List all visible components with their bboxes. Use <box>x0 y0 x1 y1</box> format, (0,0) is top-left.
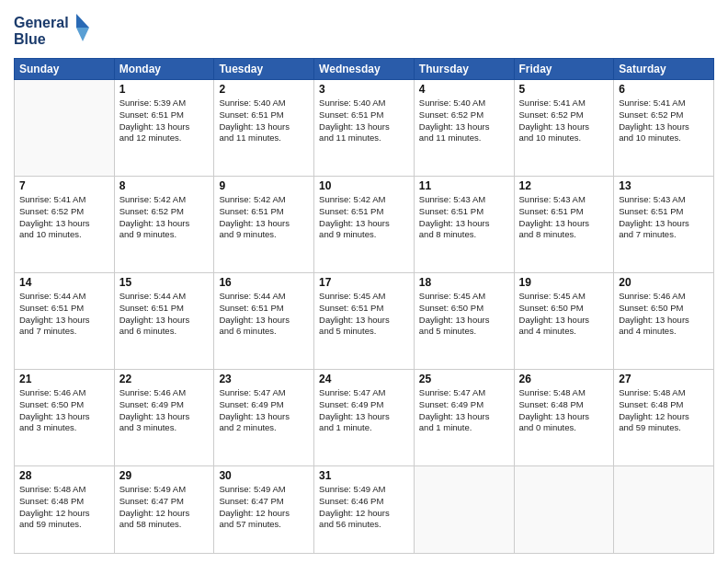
day-cell: 30Sunrise: 5:49 AMSunset: 6:47 PMDayligh… <box>214 465 314 553</box>
svg-marker-2 <box>76 14 89 28</box>
day-info: Sunrise: 5:43 AMSunset: 6:51 PMDaylight:… <box>419 194 509 241</box>
day-number: 18 <box>419 276 509 289</box>
day-number: 23 <box>219 373 309 385</box>
day-cell <box>15 80 115 177</box>
day-info: Sunrise: 5:48 AMSunset: 6:48 PMDaylight:… <box>619 387 709 434</box>
day-cell: 15Sunrise: 5:44 AMSunset: 6:51 PMDayligh… <box>114 272 214 369</box>
svg-text:General: General <box>14 15 69 30</box>
day-number: 2 <box>219 83 309 96</box>
header-row: SundayMondayTuesdayWednesdayThursdayFrid… <box>15 59 714 80</box>
day-number: 14 <box>19 276 109 289</box>
page: General Blue SundayMondayTuesdayWednesda… <box>0 0 728 563</box>
day-cell: 10Sunrise: 5:42 AMSunset: 6:51 PMDayligh… <box>314 176 415 272</box>
day-cell: 29Sunrise: 5:49 AMSunset: 6:47 PMDayligh… <box>114 465 214 553</box>
day-info: Sunrise: 5:49 AMSunset: 6:47 PMDaylight:… <box>219 484 309 531</box>
day-cell: 18Sunrise: 5:45 AMSunset: 6:50 PMDayligh… <box>414 272 514 369</box>
day-number: 16 <box>219 276 309 289</box>
day-cell: 28Sunrise: 5:48 AMSunset: 6:48 PMDayligh… <box>15 465 115 553</box>
day-number: 27 <box>619 373 709 385</box>
logo-shape: General Blue <box>14 9 92 51</box>
day-cell: 16Sunrise: 5:44 AMSunset: 6:51 PMDayligh… <box>214 272 314 369</box>
week-row-2: 14Sunrise: 5:44 AMSunset: 6:51 PMDayligh… <box>15 272 714 369</box>
day-number: 10 <box>319 179 409 192</box>
logo-svg: General Blue <box>14 9 92 51</box>
day-cell: 12Sunrise: 5:43 AMSunset: 6:51 PMDayligh… <box>514 176 614 272</box>
day-info: Sunrise: 5:40 AMSunset: 6:51 PMDaylight:… <box>219 98 309 144</box>
day-number: 4 <box>419 83 509 96</box>
day-cell: 5Sunrise: 5:41 AMSunset: 6:52 PMDaylight… <box>514 80 614 177</box>
day-info: Sunrise: 5:45 AMSunset: 6:51 PMDaylight:… <box>319 291 409 338</box>
day-info: Sunrise: 5:42 AMSunset: 6:52 PMDaylight:… <box>119 194 210 241</box>
day-number: 21 <box>19 373 109 385</box>
day-info: Sunrise: 5:44 AMSunset: 6:51 PMDaylight:… <box>219 291 309 338</box>
day-cell: 6Sunrise: 5:41 AMSunset: 6:52 PMDaylight… <box>614 80 714 177</box>
day-cell: 22Sunrise: 5:46 AMSunset: 6:49 PMDayligh… <box>114 369 214 465</box>
day-info: Sunrise: 5:45 AMSunset: 6:50 PMDaylight:… <box>519 291 609 338</box>
header-cell-friday: Friday <box>514 59 614 80</box>
day-info: Sunrise: 5:42 AMSunset: 6:51 PMDaylight:… <box>219 194 309 241</box>
day-info: Sunrise: 5:45 AMSunset: 6:50 PMDaylight:… <box>419 291 509 338</box>
day-number: 15 <box>119 276 210 289</box>
day-info: Sunrise: 5:41 AMSunset: 6:52 PMDaylight:… <box>519 98 609 144</box>
day-number: 22 <box>119 373 210 385</box>
day-number: 25 <box>419 373 509 385</box>
day-info: Sunrise: 5:44 AMSunset: 6:51 PMDaylight:… <box>19 291 109 338</box>
day-cell: 2Sunrise: 5:40 AMSunset: 6:51 PMDaylight… <box>214 80 314 177</box>
day-cell: 1Sunrise: 5:39 AMSunset: 6:51 PMDaylight… <box>114 80 214 177</box>
day-number: 17 <box>319 276 409 289</box>
day-number: 12 <box>519 179 609 192</box>
day-cell: 21Sunrise: 5:46 AMSunset: 6:50 PMDayligh… <box>15 369 115 465</box>
day-cell: 25Sunrise: 5:47 AMSunset: 6:49 PMDayligh… <box>414 369 514 465</box>
header-cell-saturday: Saturday <box>614 59 714 80</box>
day-info: Sunrise: 5:43 AMSunset: 6:51 PMDaylight:… <box>619 194 709 241</box>
day-number: 13 <box>619 179 709 192</box>
day-cell <box>614 465 714 553</box>
week-row-4: 28Sunrise: 5:48 AMSunset: 6:48 PMDayligh… <box>15 465 714 553</box>
logo: General Blue <box>14 9 92 51</box>
header-cell-tuesday: Tuesday <box>214 59 314 80</box>
day-number: 7 <box>19 179 109 192</box>
svg-text:Blue: Blue <box>14 31 46 47</box>
day-number: 26 <box>519 373 609 385</box>
day-number: 20 <box>619 276 709 289</box>
day-cell: 24Sunrise: 5:47 AMSunset: 6:49 PMDayligh… <box>314 369 415 465</box>
day-cell: 19Sunrise: 5:45 AMSunset: 6:50 PMDayligh… <box>514 272 614 369</box>
svg-marker-3 <box>76 28 89 41</box>
day-number: 1 <box>119 83 210 96</box>
header-cell-wednesday: Wednesday <box>314 59 415 80</box>
day-number: 11 <box>419 179 509 192</box>
week-row-3: 21Sunrise: 5:46 AMSunset: 6:50 PMDayligh… <box>15 369 714 465</box>
day-info: Sunrise: 5:49 AMSunset: 6:46 PMDaylight:… <box>319 484 409 531</box>
day-info: Sunrise: 5:47 AMSunset: 6:49 PMDaylight:… <box>219 387 309 434</box>
day-cell: 31Sunrise: 5:49 AMSunset: 6:46 PMDayligh… <box>314 465 415 553</box>
day-cell: 3Sunrise: 5:40 AMSunset: 6:51 PMDaylight… <box>314 80 415 177</box>
day-info: Sunrise: 5:46 AMSunset: 6:50 PMDaylight:… <box>619 291 709 338</box>
day-number: 30 <box>219 469 309 482</box>
day-info: Sunrise: 5:48 AMSunset: 6:48 PMDaylight:… <box>519 387 609 434</box>
day-cell: 7Sunrise: 5:41 AMSunset: 6:52 PMDaylight… <box>15 176 115 272</box>
day-number: 24 <box>319 373 409 385</box>
day-cell: 20Sunrise: 5:46 AMSunset: 6:50 PMDayligh… <box>614 272 714 369</box>
day-cell: 23Sunrise: 5:47 AMSunset: 6:49 PMDayligh… <box>214 369 314 465</box>
day-cell: 26Sunrise: 5:48 AMSunset: 6:48 PMDayligh… <box>514 369 614 465</box>
day-info: Sunrise: 5:42 AMSunset: 6:51 PMDaylight:… <box>319 194 409 241</box>
day-number: 8 <box>119 179 210 192</box>
week-row-1: 7Sunrise: 5:41 AMSunset: 6:52 PMDaylight… <box>15 176 714 272</box>
day-cell: 4Sunrise: 5:40 AMSunset: 6:52 PMDaylight… <box>414 80 514 177</box>
day-cell: 11Sunrise: 5:43 AMSunset: 6:51 PMDayligh… <box>414 176 514 272</box>
day-info: Sunrise: 5:41 AMSunset: 6:52 PMDaylight:… <box>19 194 109 241</box>
day-cell: 9Sunrise: 5:42 AMSunset: 6:51 PMDaylight… <box>214 176 314 272</box>
day-info: Sunrise: 5:47 AMSunset: 6:49 PMDaylight:… <box>419 387 509 434</box>
header-cell-sunday: Sunday <box>15 59 115 80</box>
day-info: Sunrise: 5:39 AMSunset: 6:51 PMDaylight:… <box>119 98 210 144</box>
day-number: 3 <box>319 83 409 96</box>
header: General Blue <box>14 9 714 51</box>
day-info: Sunrise: 5:47 AMSunset: 6:49 PMDaylight:… <box>319 387 409 434</box>
day-number: 28 <box>19 469 109 482</box>
day-info: Sunrise: 5:41 AMSunset: 6:52 PMDaylight:… <box>619 98 709 144</box>
day-number: 5 <box>519 83 609 96</box>
day-info: Sunrise: 5:46 AMSunset: 6:50 PMDaylight:… <box>19 387 109 434</box>
day-cell <box>414 465 514 553</box>
day-info: Sunrise: 5:46 AMSunset: 6:49 PMDaylight:… <box>119 387 210 434</box>
header-cell-monday: Monday <box>114 59 214 80</box>
